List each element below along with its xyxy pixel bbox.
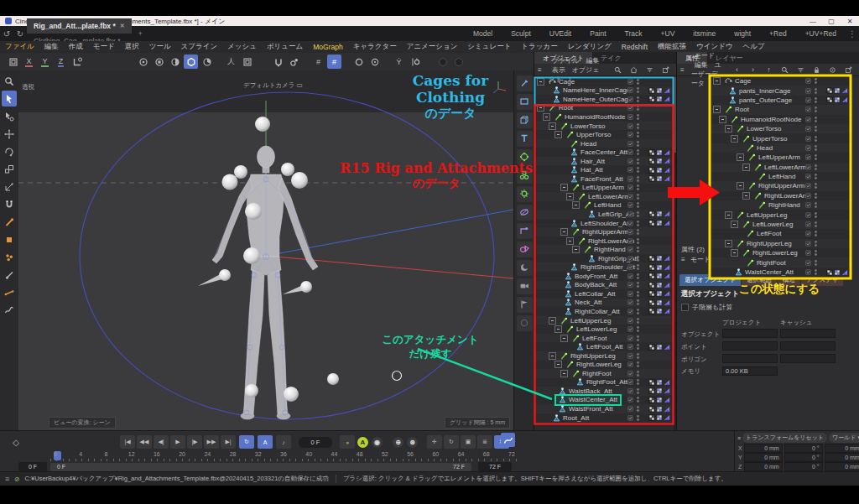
enable-checkbox-icon[interactable]	[627, 318, 633, 324]
tag-icons[interactable]	[648, 175, 670, 182]
weight-tag-icon[interactable]	[648, 397, 655, 403]
tree-row[interactable]: RightFoot	[711, 257, 851, 267]
tree-row[interactable]: LeftUpperArm	[711, 153, 851, 162]
smear-brush-tool[interactable]	[2, 214, 17, 230]
key-selection-button[interactable]: ✛	[427, 435, 442, 449]
tree-row[interactable]: RightHand	[711, 200, 851, 210]
modeling-settings-button[interactable]	[240, 55, 254, 69]
weight-tag-icon[interactable]	[648, 255, 655, 262]
expand-toggle-icon[interactable]	[549, 122, 556, 130]
subdivision-surface-icon[interactable]	[517, 149, 533, 165]
tree-item[interactable]: RightFoot	[744, 258, 789, 267]
am-menu-編集[interactable]: 編集	[691, 61, 711, 69]
tree-row[interactable]: RightLowerArm	[711, 191, 851, 200]
tree-row[interactable]: WaistCenter_Att	[711, 268, 851, 277]
expand-toggle-icon[interactable]	[560, 370, 568, 377]
phong-tag-icon[interactable]	[664, 379, 670, 386]
tree-item[interactable]: LeftHand	[756, 173, 798, 181]
enable-checkbox-icon[interactable]	[627, 211, 633, 217]
layout-preset-wight[interactable]: wight	[725, 29, 760, 38]
tree-item[interactable]: Hair_Att	[568, 157, 607, 165]
tree-item[interactable]: LeftHand	[581, 201, 623, 210]
visibility-dots-icon[interactable]	[814, 221, 818, 228]
environment-icon[interactable]	[517, 260, 533, 276]
tree-row[interactable]: pants_InnerCage	[711, 86, 851, 95]
tag-icons[interactable]	[648, 167, 670, 174]
visibility-dots-icon[interactable]	[636, 387, 640, 395]
key-rotation-button[interactable]: ⊛	[407, 437, 418, 448]
visibility-dots-icon[interactable]	[636, 325, 640, 333]
tree-item[interactable]: RightUpperLeg	[734, 239, 794, 247]
generator-icon[interactable]	[517, 186, 533, 202]
tweak-tool[interactable]	[2, 108, 17, 124]
tree-row[interactable]: Cage	[534, 77, 674, 86]
tree-row[interactable]: Root	[534, 104, 674, 113]
visibility-dots-icon[interactable]	[636, 86, 640, 94]
script-slot-2-button[interactable]	[451, 55, 466, 69]
tree-item[interactable]: Head	[744, 143, 775, 152]
status-menu-icon[interactable]: ≡	[0, 475, 14, 483]
scale-tool[interactable]	[2, 161, 17, 177]
record-button[interactable]: ●	[340, 435, 355, 449]
menu-編集[interactable]: 編集	[39, 42, 64, 52]
tree-item[interactable]: WaistCenter_Att	[556, 396, 620, 404]
enable-checkbox-icon[interactable]	[805, 97, 811, 103]
menu-作成[interactable]: 作成	[64, 42, 88, 52]
powerslider-diamond-icon[interactable]: ◇	[8, 435, 23, 449]
visibility-dots-icon[interactable]	[636, 317, 640, 325]
phong-tag-icon[interactable]	[664, 167, 670, 174]
menu-キャラクター[interactable]: キャラクター	[348, 42, 402, 52]
tree-row[interactable]: Head	[711, 143, 851, 153]
tree-row[interactable]: BodyBack_Att	[534, 281, 674, 290]
visibility-dots-icon[interactable]	[636, 378, 640, 386]
tree-row[interactable]: RightFoot	[534, 369, 674, 378]
visibility-dots-icon[interactable]	[814, 259, 818, 267]
tag-icons[interactable]	[648, 158, 670, 164]
enable-checkbox-icon[interactable]	[627, 114, 633, 120]
render-queue-button[interactable]	[200, 55, 214, 69]
phong-tag-icon[interactable]	[664, 273, 670, 279]
coord-menu-icon[interactable]: ≡	[737, 435, 741, 441]
expand-toggle-icon[interactable]	[737, 153, 744, 161]
weight-tag-icon[interactable]	[648, 406, 655, 413]
expand-toggle-icon[interactable]	[543, 113, 550, 121]
visibility-dots-icon[interactable]	[636, 255, 640, 262]
tree-item[interactable]: FaceFront_Att	[568, 174, 626, 183]
spline-pen-icon[interactable]	[517, 75, 533, 91]
next-frame-button[interactable]: |▶	[187, 435, 202, 449]
tag-icons[interactable]	[648, 220, 670, 226]
tag-icons[interactable]	[648, 96, 670, 102]
expand-toggle-icon[interactable]	[560, 335, 568, 342]
visibility-dots-icon[interactable]	[636, 352, 640, 360]
layout-preset-uvred[interactable]: +UV+Red	[796, 29, 846, 38]
expand-toggle-icon[interactable]	[713, 77, 721, 85]
tree-item[interactable]: LeftShoulder_Att	[568, 219, 633, 227]
enable-checkbox-icon[interactable]	[627, 388, 633, 394]
display-tag-icon[interactable]	[656, 167, 663, 174]
expand-toggle-icon[interactable]	[725, 240, 732, 247]
visibility-dots-icon[interactable]	[814, 249, 818, 257]
tree-item[interactable]: pants_InnerCage	[726, 86, 793, 95]
visibility-dots-icon[interactable]	[636, 273, 640, 280]
tree-item[interactable]: LeftLowerArm	[752, 163, 809, 171]
expand-toggle-icon[interactable]	[566, 237, 574, 245]
visibility-dots-icon[interactable]	[814, 87, 818, 95]
filter-icon[interactable]	[793, 65, 809, 75]
tree-item[interactable]: LeftLowerLeg	[740, 221, 795, 229]
enable-checkbox-icon[interactable]	[627, 309, 633, 314]
layout-preset-uv[interactable]: +UV	[652, 29, 685, 38]
tag-icons[interactable]	[826, 96, 848, 103]
tree-item[interactable]: NameHere_OuterCage	[550, 95, 634, 103]
layout-preset-uvedit[interactable]: UVEdit	[540, 29, 580, 38]
enable-checkbox-icon[interactable]	[627, 326, 633, 332]
grid-snap-button[interactable]: #	[311, 55, 325, 69]
visibility-dots-icon[interactable]	[636, 113, 640, 121]
enable-checkbox-icon[interactable]	[805, 221, 811, 227]
visibility-dots-icon[interactable]	[814, 135, 818, 143]
enable-checkbox-icon[interactable]	[805, 117, 811, 122]
tree-row[interactable]: LeftCollar_Att	[534, 289, 674, 299]
reset-transform-button[interactable]: トランスフォームをリセット	[742, 433, 827, 443]
line-cut-tool[interactable]	[2, 284, 17, 300]
tree-row[interactable]: Root	[711, 105, 851, 114]
script-slot-1-button[interactable]	[435, 55, 450, 69]
